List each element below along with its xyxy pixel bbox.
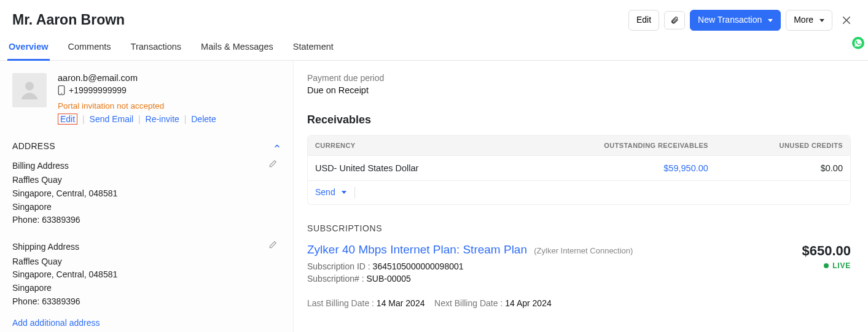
separator: | <box>138 114 141 124</box>
pencil-icon <box>268 241 277 249</box>
shipping-line2: Singapore, Central, 048581 <box>12 268 281 282</box>
subscription-title-link[interactable]: Zylker 40 Mbps Internet Plan: Stream Pla… <box>307 243 633 256</box>
close-icon <box>841 15 852 26</box>
subscription-item: Zylker 40 Mbps Internet Plan: Stream Pla… <box>307 243 851 308</box>
billing-phone: Phone: 63389396 <box>12 214 281 227</box>
table-row: USD- United States Dollar $59,950.00 $0.… <box>308 155 850 180</box>
subscription-title-text: Zylker 40 Mbps Internet Plan: Stream Pla… <box>307 243 527 256</box>
right-pane: Payment due period Due on Receipt Receiv… <box>294 61 868 332</box>
tab-mails[interactable]: Mails & Messages <box>200 42 275 60</box>
next-billing-date: 14 Apr 2024 <box>505 298 552 308</box>
receivables-title: Receivables <box>307 114 851 126</box>
subscription-subtitle: (Zylker Internet Connection) <box>534 246 633 255</box>
receivables-table: CURRENCY OUTSTANDING RECEIVABLES UNUSED … <box>307 135 851 205</box>
send-label: Send <box>315 187 335 197</box>
contact-send-email-link[interactable]: Send Email <box>90 114 134 124</box>
chevron-down-icon <box>768 19 773 22</box>
close-button[interactable] <box>837 15 856 26</box>
tab-overview[interactable]: Overview <box>7 42 50 61</box>
billing-line3: Singapore <box>12 201 281 214</box>
chevron-up-icon <box>273 142 281 150</box>
chevron-down-icon <box>342 191 346 194</box>
more-label: More <box>794 15 813 25</box>
edit-billing-address-icon[interactable] <box>268 160 277 168</box>
header-actions: Edit New Transaction More <box>628 10 856 31</box>
tabs: Overview Comments Transactions Mails & M… <box>0 31 868 61</box>
new-transaction-label: New Transaction <box>698 15 762 25</box>
avatar <box>12 73 47 107</box>
separator: | <box>184 114 187 124</box>
subscriptions-title: SUBSCRIPTIONS <box>307 223 851 233</box>
billing-line1: Raffles Quay <box>12 174 281 187</box>
last-billing-date: 14 Mar 2024 <box>377 298 425 308</box>
billing-line2: Singapore, Central, 048581 <box>12 187 281 201</box>
contact-delete-link[interactable]: Delete <box>191 114 216 124</box>
shipping-phone: Phone: 63389396 <box>12 295 281 309</box>
cell-outstanding[interactable]: $59,950.00 <box>511 155 716 180</box>
paperclip-icon <box>670 15 679 25</box>
tab-statement[interactable]: Statement <box>292 42 335 60</box>
tab-comments[interactable]: Comments <box>67 42 112 60</box>
svg-point-3 <box>25 82 34 90</box>
separator: | <box>82 114 85 124</box>
contact-actions: Edit | Send Email | Re-invite | Delete <box>58 114 281 124</box>
portal-status: Portal invitation not accepted <box>58 101 281 110</box>
tab-transactions[interactable]: Transactions <box>130 42 182 60</box>
status-text: LIVE <box>832 261 851 270</box>
cell-currency: USD- United States Dollar <box>308 155 511 180</box>
payment-due-label: Payment due period <box>307 73 851 83</box>
send-dropdown[interactable]: Send <box>315 187 348 197</box>
page-title: Mr. Aaron Brown <box>12 12 125 28</box>
left-pane: aaron.b@email.com +19999999999 Portal in… <box>0 61 294 332</box>
subscription-id: 3645105000000098001 <box>373 261 464 271</box>
cell-credits: $0.00 <box>716 155 850 180</box>
subscription-status: LIVE <box>802 261 851 270</box>
address-section-title: ADDRESS <box>12 141 55 151</box>
divider <box>354 187 355 198</box>
shipping-line1: Raffles Quay <box>12 255 281 269</box>
contact-email: aaron.b@email.com <box>58 73 281 83</box>
payment-due-value: Due on Receipt <box>307 85 851 95</box>
new-transaction-button[interactable]: New Transaction <box>690 10 781 31</box>
contact-reinvite-link[interactable]: Re-invite <box>146 114 179 124</box>
address-section-toggle[interactable]: ADDRESS <box>12 141 281 151</box>
pencil-icon <box>268 160 277 168</box>
edit-button[interactable]: Edit <box>628 10 659 31</box>
billing-dates: Last Billing Date : 14 Mar 2024 Next Bil… <box>307 298 851 308</box>
shipping-line3: Singapore <box>12 282 281 295</box>
add-additional-address-link[interactable]: Add additional address <box>12 318 100 328</box>
contact-phone: +19999999999 <box>69 85 127 95</box>
billing-address-heading: Billing Address <box>12 160 281 173</box>
subscription-number: SUB-00005 <box>367 274 411 284</box>
more-button[interactable]: More <box>786 10 832 31</box>
shipping-address-heading: Shipping Address <box>12 241 281 254</box>
subscription-amount: $650.00 <box>802 243 851 259</box>
edit-shipping-address-icon[interactable] <box>268 241 277 249</box>
whatsapp-icon[interactable] <box>852 37 864 49</box>
col-credits: UNUSED CREDITS <box>716 136 850 156</box>
attachment-button[interactable] <box>664 11 685 29</box>
status-dot-icon <box>824 263 829 268</box>
person-icon <box>17 78 42 102</box>
mobile-icon <box>58 85 65 95</box>
col-currency: CURRENCY <box>308 136 511 156</box>
col-outstanding: OUTSTANDING RECEIVABLES <box>511 136 716 156</box>
contact-edit-link[interactable]: Edit <box>58 114 77 125</box>
chevron-down-icon <box>819 19 824 22</box>
